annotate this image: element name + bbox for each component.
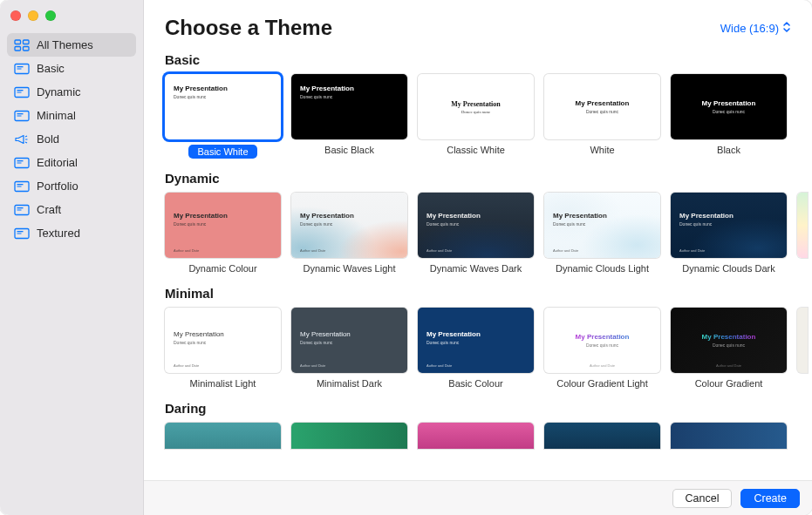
svg-rect-7	[15, 87, 29, 97]
svg-rect-1	[24, 40, 30, 44]
svg-rect-9	[17, 91, 22, 92]
theme-thumbnail: My Presentation Donec quis nunc Author a…	[165, 308, 281, 373]
svg-rect-21	[17, 209, 22, 210]
theme-thumbnail: My Presentation Donec quis nunc Author a…	[671, 308, 787, 373]
sidebar-item-label: Textured	[37, 227, 80, 240]
sidebar-item-minimal[interactable]: Minimal	[7, 104, 136, 127]
theme-thumbnail[interactable]	[671, 423, 787, 449]
theme-colour-gradient[interactable]: My Presentation Donec quis nunc Author a…	[671, 308, 787, 389]
theme-thumbnail: My Presentation Donec quis nunc Author a…	[291, 308, 407, 373]
svg-rect-13	[15, 158, 29, 167]
theme-thumbnail: My Presentation Donec quis nunc	[291, 74, 407, 139]
slide-icon	[14, 204, 30, 216]
sidebar-item-craft[interactable]: Craft	[7, 198, 136, 221]
theme-grid-minimal: My Presentation Donec quis nunc Author a…	[165, 308, 812, 389]
theme-caption: Dynamic Colour	[188, 263, 256, 274]
sidebar-item-label: Craft	[37, 203, 61, 216]
zoom-window-button[interactable]	[45, 10, 56, 21]
theme-caption: Basic White	[188, 145, 256, 159]
theme-thumbnail[interactable]	[165, 423, 281, 449]
theme-thumbnail: My Presentation Donec quis nunc Author a…	[544, 308, 660, 373]
slide-icon	[14, 63, 30, 75]
theme-basic-colour[interactable]: My Presentation Donec quis nunc Author a…	[418, 308, 534, 389]
theme-thumbnail: My Presentation Donec quis nunc Author a…	[291, 193, 407, 258]
svg-rect-24	[17, 233, 22, 234]
theme-thumbnail[interactable]	[291, 423, 407, 449]
sidebar-item-editorial[interactable]: Editorial	[7, 151, 136, 174]
section-title: Dynamic	[165, 171, 812, 186]
sidebar-item-textured[interactable]: Textured	[7, 221, 136, 245]
aspect-ratio-label: Wide (16:9)	[720, 22, 779, 35]
svg-rect-5	[17, 66, 24, 67]
theme-basic-black[interactable]: My Presentation Donec quis nunc Basic Bl…	[291, 74, 407, 159]
svg-rect-6	[17, 68, 22, 69]
theme-thumbnail: My Presentation Donec quis nunc Author a…	[165, 193, 281, 258]
theme-minimalist-light[interactable]: My Presentation Donec quis nunc Author a…	[165, 308, 281, 389]
theme-black[interactable]: My Presentation Donec quis nunc Black	[671, 74, 787, 159]
svg-rect-11	[17, 113, 24, 114]
slide-icon	[14, 157, 30, 169]
theme-scroll-area[interactable]: Basic My Presentation Donec quis nunc Ba…	[144, 47, 812, 480]
theme-caption: Minimalist Dark	[317, 378, 382, 389]
slide-icon	[14, 180, 30, 193]
theme-caption: Dynamic Waves Light	[304, 263, 396, 274]
theme-dynamic-waves-light[interactable]: My Presentation Donec quis nunc Author a…	[291, 193, 407, 274]
aspect-ratio-dropdown[interactable]: Wide (16:9)	[720, 21, 791, 36]
theme-minimalist-dark[interactable]: My Presentation Donec quis nunc Author a…	[291, 308, 407, 389]
svg-rect-19	[15, 205, 29, 214]
slide-icon	[14, 110, 30, 122]
sidebar: All Themes Basic Dynamic	[0, 0, 144, 515]
svg-rect-17	[17, 184, 24, 185]
theme-thumbnail: My Presentation Donec quis nunc Author a…	[418, 193, 534, 258]
theme-thumbnail[interactable]	[544, 423, 660, 449]
section-daring: Daring	[165, 401, 812, 449]
theme-white[interactable]: My Presentation Donec quis nunc White	[544, 74, 660, 159]
svg-rect-15	[17, 162, 22, 163]
theme-dynamic-waves-dark[interactable]: My Presentation Donec quis nunc Author a…	[418, 193, 534, 274]
section-basic: Basic My Presentation Donec quis nunc Ba…	[165, 52, 812, 159]
theme-dynamic-colour[interactable]: My Presentation Donec quis nunc Author a…	[165, 193, 281, 274]
svg-rect-10	[15, 111, 29, 120]
theme-caption: White	[590, 145, 614, 155]
sidebar-item-label: Bold	[37, 132, 59, 146]
window-body: All Themes Basic Dynamic	[0, 0, 812, 515]
sidebar-item-basic[interactable]: Basic	[7, 57, 136, 80]
theme-thumbnail: My Presentation Donec quis nunc Author a…	[418, 308, 534, 373]
cancel-button[interactable]: Cancel	[672, 489, 733, 508]
theme-classic-white[interactable]: My Presentation Donec quis nunc Classic …	[418, 74, 534, 159]
theme-colour-gradient-light[interactable]: My Presentation Donec quis nunc Author a…	[544, 308, 660, 389]
slide-icon	[14, 86, 30, 98]
sidebar-item-dynamic[interactable]: Dynamic	[7, 80, 136, 104]
theme-thumbnail[interactable]	[418, 423, 534, 449]
svg-rect-14	[17, 160, 24, 161]
create-button[interactable]: Create	[740, 489, 800, 508]
theme-dynamic-clouds-light[interactable]: My Presentation Donec quis nunc Author a…	[544, 193, 660, 274]
minimize-window-button[interactable]	[28, 10, 38, 21]
sidebar-item-all-themes[interactable]: All Themes	[7, 33, 136, 57]
theme-caption: Colour Gradient	[695, 378, 763, 389]
chevron-up-down-icon	[782, 21, 791, 36]
sidebar-list: All Themes Basic Dynamic	[0, 33, 143, 245]
svg-rect-8	[17, 90, 24, 91]
theme-peek-next[interactable]	[797, 193, 808, 258]
theme-caption: Colour Gradient Light	[556, 378, 648, 389]
sidebar-item-portfolio[interactable]: Portfolio	[7, 174, 136, 198]
theme-caption: Dynamic Waves Dark	[430, 263, 522, 274]
main-header: Choose a Theme Wide (16:9)	[144, 0, 812, 47]
sidebar-item-bold[interactable]: Bold	[7, 127, 136, 151]
theme-basic-white[interactable]: My Presentation Donec quis nunc Basic Wh…	[165, 74, 281, 159]
svg-rect-18	[17, 186, 22, 186]
svg-rect-23	[17, 231, 24, 232]
window-controls	[0, 5, 143, 33]
theme-grid-daring	[165, 423, 812, 449]
theme-grid-dynamic: My Presentation Donec quis nunc Author a…	[165, 193, 812, 274]
theme-peek-next[interactable]	[797, 308, 808, 373]
theme-caption: Dynamic Clouds Light	[556, 263, 649, 274]
slide-icon	[14, 227, 30, 240]
theme-thumbnail: My Presentation Donec quis nunc Author a…	[671, 193, 787, 258]
theme-dynamic-clouds-dark[interactable]: My Presentation Donec quis nunc Author a…	[671, 193, 787, 274]
sidebar-item-label: Basic	[37, 62, 65, 75]
megaphone-icon	[14, 133, 30, 146]
close-window-button[interactable]	[10, 10, 21, 21]
svg-rect-22	[15, 228, 29, 238]
